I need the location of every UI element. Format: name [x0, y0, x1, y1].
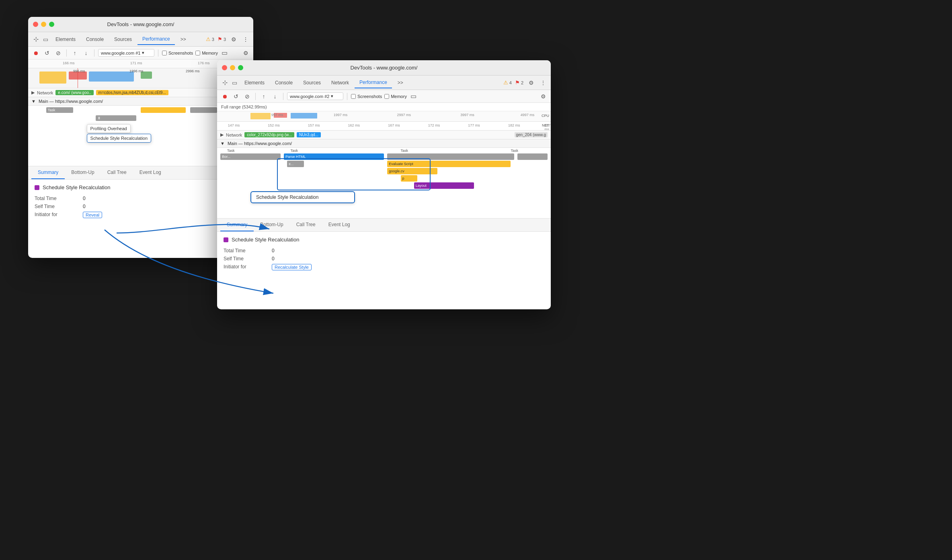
total-time-key-1: Total Time	[35, 196, 83, 201]
devtools-tabs-1: ⊹ ▭ Elements Console Sources Performance…	[28, 32, 253, 47]
self-time-key-2: Self Time	[224, 256, 272, 262]
minimize-button-2[interactable]	[230, 65, 235, 70]
upload-btn-2[interactable]: ↑	[259, 92, 268, 101]
expand-icon-2[interactable]: ▶	[220, 132, 224, 137]
summary-title-2: Schedule Style Recalculation	[224, 237, 544, 243]
tooltip-text-2: Schedule Style Recalculation	[90, 136, 148, 141]
record-btn-2[interactable]: ⏺	[220, 92, 229, 101]
traffic-lights-1	[33, 22, 54, 27]
task-bar-2	[141, 107, 186, 113]
device-icon-2[interactable]: ▭	[230, 78, 239, 87]
window-title-1: DevTools - www.google.com/	[107, 21, 174, 27]
download-btn-2[interactable]: ↓	[271, 92, 279, 101]
total-time-val-2: 0	[272, 248, 275, 253]
tab-console-1[interactable]: Console	[81, 34, 109, 45]
maximize-button-1[interactable]	[49, 22, 54, 27]
summary-tab-1[interactable]: Summary	[31, 166, 65, 179]
ruler-mark-0-1: 166 ms	[63, 61, 75, 65]
device-icon-1[interactable]: ▭	[41, 35, 50, 44]
full-ruler-tick-2: 2997 ms	[397, 113, 411, 117]
expand-icon-1[interactable]: ▶	[31, 90, 35, 95]
clear-btn-1[interactable]: ⊘	[54, 49, 63, 57]
zoom-tick-1: 152 ms	[268, 123, 280, 127]
download-btn-1[interactable]: ↓	[82, 49, 90, 57]
titlebar-2: DevTools - www.google.com/	[217, 60, 551, 76]
reload-btn-2[interactable]: ↺	[232, 92, 240, 101]
url-selector-2[interactable]: www.google.com #2 ▾	[287, 92, 343, 100]
close-button-1[interactable]	[33, 22, 38, 27]
memory-check-1: Memory	[195, 51, 218, 55]
settings-icon-1[interactable]: ⚙	[229, 35, 238, 44]
thread-expand-2[interactable]: ▼	[220, 141, 225, 146]
layout-task: Layout	[414, 182, 474, 189]
bottomup-tab-1[interactable]: Bottom-Up	[65, 166, 101, 179]
warning-count-2: 4	[509, 80, 512, 85]
reload-btn-1[interactable]: ↺	[43, 49, 51, 57]
clear-btn-2[interactable]: ⊘	[243, 92, 252, 101]
tab-elements-2[interactable]: Elements	[240, 78, 269, 88]
task-label-1: Task	[291, 149, 298, 153]
minimize-button-1[interactable]	[41, 22, 46, 27]
recalculate-link-2[interactable]: Recalculate Style	[272, 264, 312, 270]
url-chevron-2: ▾	[331, 94, 333, 99]
eventlog-tab-1[interactable]: Event Log	[133, 166, 168, 179]
settings-icon-2[interactable]: ⚙	[527, 78, 536, 87]
task-bar-3	[190, 107, 217, 113]
more-icon-1[interactable]: ⋮	[241, 35, 250, 44]
tab-performance-1[interactable]: Performance	[137, 34, 175, 45]
url-selector-1[interactable]: www.google.com #1 ▾	[98, 49, 154, 57]
url-chevron-1: ▾	[142, 50, 144, 55]
tab-more-1[interactable]: >>	[176, 34, 191, 45]
memory-checkbox-1[interactable]	[195, 51, 200, 55]
zoom-tick-7: 182 ms	[508, 123, 520, 127]
tab-sources-1[interactable]: Sources	[109, 34, 137, 45]
inspect-icon-2[interactable]: ⊹	[220, 78, 229, 87]
task-item-highlighted[interactable]: ⏸	[96, 115, 136, 121]
color-swatch-1	[35, 185, 39, 190]
warning-icon-1: ⚠	[206, 36, 211, 42]
summary-title-text-2: Schedule Style Recalculation	[232, 237, 299, 243]
color-swatch-2	[224, 237, 228, 242]
total-time-val-1: 0	[83, 196, 86, 201]
tab-more-2[interactable]: >>	[393, 78, 408, 88]
divider-1a	[66, 49, 67, 57]
tab-performance-2[interactable]: Performance	[355, 77, 392, 88]
zoom-tick-4: 167 ms	[388, 123, 400, 127]
thread-expand-1[interactable]: ▼	[31, 99, 36, 104]
tab-network-2[interactable]: Network	[326, 78, 354, 88]
warning-count-1: 3	[212, 37, 214, 42]
time-label-1: 996 ms	[73, 69, 85, 73]
titlebar-1: DevTools - www.google.com/	[28, 17, 253, 32]
settings-btn-2[interactable]: ⚙	[539, 92, 548, 101]
tab-console-2[interactable]: Console	[270, 78, 298, 88]
bottomup-tab-2[interactable]: Bottom-Up	[254, 219, 289, 231]
inspect-icon-1[interactable]: ⊹	[31, 35, 40, 44]
error-badge-1: ⚑ 3	[217, 36, 226, 42]
zoom-tick-0: 147 ms	[228, 123, 240, 127]
screenshots-checkbox-1[interactable]	[162, 51, 167, 55]
memory-check-2: Memory	[384, 94, 407, 99]
tab-sources-2[interactable]: Sources	[298, 78, 326, 88]
maximize-button-2[interactable]	[238, 65, 243, 70]
calltree-tab-2[interactable]: Call Tree	[290, 219, 322, 231]
memory-checkbox-2[interactable]	[384, 94, 389, 99]
filmstrip-btn-2[interactable]: ▭	[409, 92, 418, 101]
summary-tab-2[interactable]: Summary	[220, 219, 254, 231]
upload-btn-1[interactable]: ↑	[70, 49, 79, 57]
calltree-tab-1[interactable]: Call Tree	[101, 166, 133, 179]
tab-elements-1[interactable]: Elements	[51, 34, 80, 45]
network-item-2b: NUn3,qd...	[297, 132, 321, 137]
reveal-link-1[interactable]: Reveal	[83, 212, 102, 218]
mini-flame-1	[250, 113, 271, 119]
more-icon-2[interactable]: ⋮	[539, 78, 548, 87]
filmstrip-btn-1[interactable]: ▭	[220, 49, 229, 57]
initiator-key-1: Initiator for	[35, 212, 83, 218]
screenshots-checkbox-2[interactable]	[351, 94, 356, 99]
task-label-0: Task	[227, 149, 235, 153]
full-ruler-tick-0: 997 ms	[271, 113, 283, 117]
settings-btn-1[interactable]: ⚙	[241, 49, 250, 57]
eventlog-tab-2[interactable]: Event Log	[322, 219, 357, 231]
record-btn-1[interactable]: ⏺	[31, 49, 40, 57]
flame-bar-3	[89, 72, 134, 82]
close-button-2[interactable]	[222, 65, 227, 70]
